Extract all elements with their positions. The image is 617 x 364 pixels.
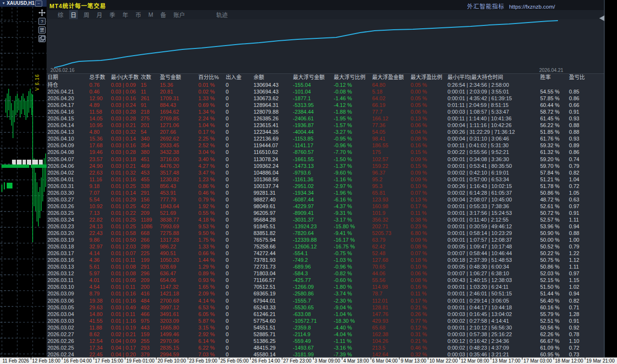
promo-link[interactable]: 外汇智能指标 https://fxznzb.com/ bbox=[467, 2, 555, 10]
cell: 2026.04.13 bbox=[48, 129, 89, 135]
cell: 5.87 % bbox=[198, 317, 226, 324]
cell: 15.36 bbox=[89, 135, 111, 142]
cell: 73781.93 bbox=[254, 257, 293, 263]
cell: 0.09 % bbox=[411, 169, 448, 176]
cell: 159 bbox=[141, 331, 160, 338]
cell: 1.02 bbox=[569, 283, 604, 290]
cell: 6.05 % bbox=[198, 311, 226, 317]
cell: 70.65 bbox=[372, 263, 411, 270]
tab-备[interactable]: 备 bbox=[159, 10, 168, 19]
cell: -689.96 bbox=[293, 263, 334, 270]
tab-日[interactable]: 日 bbox=[69, 10, 78, 19]
cell: 122136.69 bbox=[254, 135, 293, 142]
cell: 67944.01 bbox=[254, 297, 293, 304]
cell: 104886.04 bbox=[254, 169, 293, 176]
cell: 1421.18 bbox=[160, 290, 198, 297]
column-header: 最大浮亏比例 bbox=[334, 73, 372, 82]
cell: 928.69 bbox=[160, 263, 198, 270]
forbid-button[interactable]: 禁 bbox=[38, 26, 46, 34]
cell: 356.32 bbox=[372, 216, 411, 223]
cell: 4.54 bbox=[89, 283, 111, 290]
cell: 0 bbox=[226, 351, 254, 357]
cell: 0:00:01 | 0:11:40 | 2:12:55 bbox=[448, 216, 540, 223]
cell: 0.01 | 0.11 bbox=[111, 283, 141, 290]
cell: 856.43 bbox=[160, 183, 198, 189]
minimize-button[interactable]: – bbox=[35, 0, 42, 7]
cell: 100137.74 bbox=[254, 183, 293, 189]
tab-M[interactable]: M bbox=[147, 11, 155, 19]
cell bbox=[569, 82, 604, 88]
cell: 15.36 bbox=[160, 82, 198, 88]
cell: -584.3 bbox=[293, 270, 334, 277]
tab-综[interactable]: 综 bbox=[56, 10, 65, 19]
windows-icon[interactable] bbox=[38, 35, 46, 42]
tab-账户[interactable]: 账户 bbox=[172, 10, 186, 19]
cell: -749.2 bbox=[293, 257, 334, 263]
panel-title: MT4统计每一笔交易 bbox=[49, 1, 106, 10]
cell: 0.01 | 0.16 bbox=[111, 297, 141, 304]
tab-币[interactable]: 币 bbox=[134, 10, 143, 19]
cell: 1.33 % bbox=[198, 95, 226, 102]
tab-季[interactable]: 季 bbox=[108, 10, 117, 19]
cell: 255 bbox=[141, 338, 160, 344]
cell: 50.00 % bbox=[540, 236, 569, 243]
column-header: 最小|大手数 bbox=[111, 73, 141, 82]
cell: 0.08 % bbox=[411, 135, 448, 142]
table-row: 2026.03.0341.550.01 | 1.169753203.095.87… bbox=[48, 317, 604, 324]
tab-轨迹[interactable]: 轨迹 bbox=[215, 10, 229, 19]
tab-年[interactable]: 年 bbox=[121, 10, 130, 19]
cell: 2026.03.12 bbox=[48, 270, 89, 277]
cell: 0:00:02 | 6:14:28 | 61:05:37 bbox=[448, 189, 540, 196]
cell: 2026.03.24 bbox=[48, 216, 89, 223]
help-button[interactable]: ? bbox=[38, 18, 46, 25]
cell: 2933.45 bbox=[160, 142, 198, 149]
symbol-period-title: XAUUSD,H1 bbox=[7, 0, 35, 7]
cell: 3203.09 bbox=[160, 317, 198, 324]
cell: 0.76 bbox=[89, 82, 111, 88]
cell: 5.18 bbox=[372, 88, 411, 95]
cell: -16.75 % bbox=[334, 243, 372, 250]
cell: 0.03 | 0.28 bbox=[111, 115, 141, 122]
cell: 123615.41 bbox=[254, 122, 293, 129]
cell: 0:00:01 | 0:57:00 | 6:53:34 bbox=[448, 176, 540, 183]
cell: 0.31 % bbox=[411, 331, 448, 338]
cell: 200 bbox=[141, 283, 160, 290]
cell: -3181.99 bbox=[293, 351, 334, 357]
cell: 7275.88 bbox=[160, 230, 198, 236]
tab-月[interactable]: 月 bbox=[95, 10, 104, 19]
cell: -3031.37 bbox=[293, 216, 334, 223]
cell: 3716.00 bbox=[160, 156, 198, 163]
chevron-down-icon[interactable]: ▼ bbox=[2, 0, 5, 7]
cell: 130694.43 bbox=[254, 82, 293, 88]
cell: 0.66 % bbox=[198, 250, 226, 257]
cell: 0.15 % bbox=[411, 149, 448, 155]
cell: 128964.31 bbox=[254, 102, 293, 108]
cell: -1877.1 bbox=[293, 95, 334, 102]
chart-shift-marker-icon[interactable] bbox=[598, 14, 605, 22]
cell: 59.32 % bbox=[540, 142, 569, 149]
cell: 101368.56 bbox=[254, 176, 293, 183]
time-axis[interactable]: 11 Feb 202612 Feb 18:0016 Feb 04:0017 Fe… bbox=[0, 357, 617, 364]
move-crosshair-icon[interactable] bbox=[38, 9, 46, 16]
cell: 0.03 | 0.21 bbox=[111, 122, 141, 129]
time-axis-label: 11 Feb 2026 bbox=[2, 358, 29, 364]
cell: 0.74 bbox=[569, 156, 604, 163]
cell: 1.23 % bbox=[198, 176, 226, 183]
cell: 2026.04.17 bbox=[48, 102, 89, 108]
cell: 0:00:04 | 1:11:16 | 10:42:26 bbox=[448, 122, 540, 129]
cell: -1.11 % bbox=[334, 338, 372, 344]
cell: 0.03 | 0.28 bbox=[111, 108, 141, 115]
cell: 2026.03.25 bbox=[48, 210, 89, 216]
cell: 0.88 bbox=[569, 129, 604, 135]
cell: 41.55 bbox=[89, 317, 111, 324]
cell: 22.43 bbox=[89, 230, 111, 236]
cell: -3.27 % bbox=[334, 129, 372, 135]
cell: 58.72 % bbox=[540, 108, 569, 115]
cell: -1.57 % bbox=[334, 122, 372, 129]
cell: -0.12 % bbox=[334, 82, 372, 88]
cell: 0.72 bbox=[569, 183, 604, 189]
cell: -0.82 % bbox=[334, 270, 372, 277]
tab-周[interactable]: 周 bbox=[82, 10, 91, 19]
table-row: 2026.04.1514.050.03 | 0.282752769.852.24… bbox=[48, 115, 604, 122]
cell: 0.94 bbox=[569, 290, 604, 297]
